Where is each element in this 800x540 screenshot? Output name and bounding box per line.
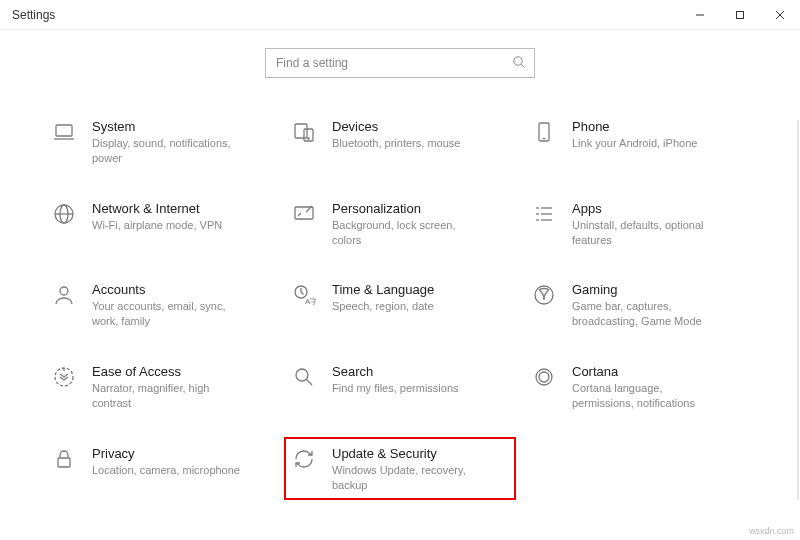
- tile-personalization[interactable]: Personalization Background, lock screen,…: [290, 200, 510, 248]
- tile-desc: Display, sound, notifications, power: [92, 136, 247, 166]
- tile-desc: Location, camera, microphone: [92, 463, 247, 478]
- paintbrush-icon: [290, 200, 318, 228]
- close-button[interactable]: [760, 0, 800, 30]
- tile-accounts[interactable]: Accounts Your accounts, email, sync, wor…: [50, 281, 270, 329]
- tile-desc: Wi-Fi, airplane mode, VPN: [92, 218, 247, 233]
- tile-title: Devices: [332, 119, 510, 134]
- devices-icon: [290, 118, 318, 146]
- tile-title: Accounts: [92, 282, 270, 297]
- search-icon: [512, 55, 526, 72]
- titlebar: Settings: [0, 0, 800, 30]
- tile-title: Phone: [572, 119, 750, 134]
- tile-desc: Game bar, captures, broadcasting, Game M…: [572, 299, 727, 329]
- tile-desc: Uninstall, defaults, optional features: [572, 218, 727, 248]
- tile-title: Update & Security: [332, 446, 510, 461]
- laptop-icon: [50, 118, 78, 146]
- tile-title: Privacy: [92, 446, 270, 461]
- tile-network[interactable]: Network & Internet Wi-Fi, airplane mode,…: [50, 200, 270, 248]
- tile-desc: Bluetooth, printers, mouse: [332, 136, 487, 151]
- svg-rect-1: [737, 11, 744, 18]
- tile-title: System: [92, 119, 270, 134]
- content-area: System Display, sound, notifications, po…: [0, 30, 800, 492]
- svg-rect-6: [56, 125, 72, 136]
- tile-desc: Narrator, magnifier, high contrast: [92, 381, 247, 411]
- tile-desc: Cortana language, permissions, notificat…: [572, 381, 727, 411]
- search-box[interactable]: [265, 48, 535, 78]
- tile-cortana[interactable]: Cortana Cortana language, permissions, n…: [530, 363, 750, 411]
- tile-apps[interactable]: Apps Uninstall, defaults, optional featu…: [530, 200, 750, 248]
- svg-text:A字: A字: [305, 297, 316, 306]
- tile-title: Gaming: [572, 282, 750, 297]
- xbox-icon: [530, 281, 558, 309]
- svg-rect-8: [295, 124, 307, 138]
- svg-point-28: [296, 369, 308, 381]
- tile-ease-of-access[interactable]: Ease of Access Narrator, magnifier, high…: [50, 363, 270, 411]
- phone-icon: [530, 118, 558, 146]
- tile-desc: Background, lock screen, colors: [332, 218, 487, 248]
- settings-grid: System Display, sound, notifications, po…: [40, 118, 760, 492]
- cortana-icon: [530, 363, 558, 391]
- svg-rect-16: [295, 207, 313, 219]
- tile-desc: Windows Update, recovery, backup: [332, 463, 487, 493]
- svg-point-10: [308, 138, 309, 139]
- tile-system[interactable]: System Display, sound, notifications, po…: [50, 118, 270, 166]
- tile-update-security[interactable]: Update & Security Windows Update, recove…: [284, 437, 516, 501]
- time-language-icon: A字: [290, 281, 318, 309]
- search-input[interactable]: [276, 56, 512, 70]
- tile-title: Apps: [572, 201, 750, 216]
- window-controls: [680, 0, 800, 30]
- tile-title: Network & Internet: [92, 201, 270, 216]
- tile-time-language[interactable]: A字 Time & Language Speech, region, date: [290, 281, 510, 329]
- tile-devices[interactable]: Devices Bluetooth, printers, mouse: [290, 118, 510, 166]
- update-icon: [290, 445, 318, 473]
- person-icon: [50, 281, 78, 309]
- tile-title: Cortana: [572, 364, 750, 379]
- tile-desc: Your accounts, email, sync, work, family: [92, 299, 247, 329]
- svg-point-23: [60, 287, 68, 295]
- scrollbar[interactable]: [797, 120, 799, 500]
- svg-point-31: [539, 372, 549, 382]
- watermark: wsxdn.com: [749, 526, 794, 536]
- tile-desc: Link your Android, iPhone: [572, 136, 727, 151]
- tile-title: Ease of Access: [92, 364, 270, 379]
- minimize-button[interactable]: [680, 0, 720, 30]
- tile-gaming[interactable]: Gaming Game bar, captures, broadcasting,…: [530, 281, 750, 329]
- tile-desc: Find my files, permissions: [332, 381, 487, 396]
- globe-icon: [50, 200, 78, 228]
- tile-privacy[interactable]: Privacy Location, camera, microphone: [50, 445, 270, 493]
- lock-icon: [50, 445, 78, 473]
- apps-list-icon: [530, 200, 558, 228]
- tile-desc: Speech, region, date: [332, 299, 487, 314]
- ease-of-access-icon: [50, 363, 78, 391]
- maximize-button[interactable]: [720, 0, 760, 30]
- tile-title: Personalization: [332, 201, 510, 216]
- svg-line-29: [307, 380, 313, 386]
- tile-phone[interactable]: Phone Link your Android, iPhone: [530, 118, 750, 166]
- tile-title: Search: [332, 364, 510, 379]
- svg-line-5: [521, 64, 524, 67]
- magnifier-icon: [290, 363, 318, 391]
- svg-point-4: [514, 56, 522, 64]
- window-title: Settings: [12, 8, 55, 22]
- tile-search[interactable]: Search Find my files, permissions: [290, 363, 510, 411]
- tile-title: Time & Language: [332, 282, 510, 297]
- svg-rect-32: [58, 458, 70, 467]
